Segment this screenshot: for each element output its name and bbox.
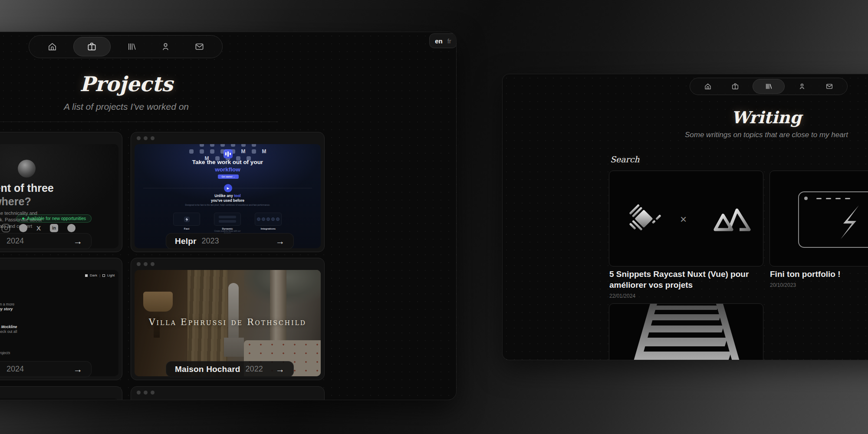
multiply-icon: ×: [680, 213, 687, 226]
card-footer: 2024 →: [0, 361, 92, 377]
nav-writing[interactable]: [753, 79, 785, 94]
window-controls: [137, 262, 155, 266]
card-footer: Maison Hochard 2022 →: [166, 361, 294, 377]
nav-projects[interactable]: [725, 79, 745, 94]
briefcase-icon: [87, 42, 97, 52]
maison-preview: Villa Ephrussi de Rothschild: [135, 270, 321, 376]
project-year: 2024: [7, 365, 24, 374]
project-card-portfolio[interactable]: y of one, the talent of three y look els…: [0, 132, 122, 252]
main-nav: [690, 78, 848, 95]
project-card-maison-hochard[interactable]: Villa Ephrussi de Rothschild Maison Hoch…: [131, 258, 325, 380]
nuxt-logo-icon: [713, 205, 752, 233]
spotify-icon[interactable]: [67, 224, 76, 232]
get-started-button[interactable]: Get started →: [218, 174, 239, 179]
page-title: Projects: [0, 72, 256, 96]
project-card-story[interactable]: Dark | Light it, I believe in a more e? …: [0, 258, 122, 380]
article-date: 22/01/2024: [609, 293, 766, 299]
window-controls: [137, 136, 155, 140]
home-icon: [704, 82, 712, 90]
read-my-story-link[interactable]: Read my story: [0, 307, 13, 311]
project-card-whats-new[interactable]: What's New: [131, 386, 325, 400]
nav-home[interactable]: [698, 79, 718, 94]
arrow-right-icon[interactable]: →: [276, 364, 285, 375]
library-icon: [127, 42, 137, 52]
project-title: Maison Hochard: [175, 365, 240, 374]
article-item[interactable]: Fini ton portfolio ! 20/10/2023: [770, 269, 868, 288]
nav-about[interactable]: [792, 79, 812, 94]
x-twitter-icon[interactable]: X: [36, 224, 41, 232]
project-title: Helpr: [175, 237, 197, 246]
project-card-cropped[interactable]: [0, 386, 122, 400]
home-icon: [47, 42, 57, 52]
article-title[interactable]: Fini ton portfolio !: [770, 269, 868, 279]
ladder-graphic: [609, 304, 763, 360]
villa-hero-title: Villa Ephrussi de Rothschild: [135, 317, 321, 327]
nav-about[interactable]: [153, 37, 178, 56]
page-subtitle: Some writings on topics that are close t…: [636, 131, 868, 139]
arrow-right-icon[interactable]: →: [73, 236, 82, 247]
nav-home[interactable]: [39, 37, 65, 56]
lightning-icon: [835, 204, 861, 240]
theme-toggle[interactable]: Dark | Light: [85, 273, 115, 277]
mail-icon: [825, 82, 833, 90]
helpr-features: Fast Dynamic Create powerful flows with …: [173, 213, 282, 234]
language-switcher: en fr: [429, 33, 457, 48]
integrations-icons: [257, 217, 279, 221]
nav-contact[interactable]: [187, 37, 212, 56]
availability-badge: Available for new opportunities: [16, 214, 92, 223]
whats-new-heading: What's New: [135, 400, 321, 400]
mail-icon: [194, 42, 204, 52]
person-icon: [798, 82, 806, 90]
lang-en[interactable]: en: [435, 37, 443, 45]
search-label[interactable]: Search: [610, 155, 640, 164]
github-icon[interactable]: [19, 224, 27, 232]
desktop-background: en fr Projects A list of projects I've w…: [0, 0, 868, 434]
browser-window-icon: [798, 191, 868, 248]
linkedin-icon[interactable]: in: [50, 224, 58, 232]
portfolio-headline: y of one, the talent of three y look els…: [0, 181, 93, 208]
article-title[interactable]: 5 Snippets Raycast Nuxt (Vue) pour améli…: [609, 269, 766, 290]
projects-window: en fr Projects A list of projects I've w…: [0, 32, 457, 400]
nav-writing[interactable]: [119, 37, 145, 56]
project-year: 2022: [246, 365, 263, 374]
card-footer: 2024 →: [0, 233, 92, 249]
story-text: r (Vue) Projects: [0, 351, 89, 355]
article-date: 20/10/2023: [770, 282, 868, 288]
nav-projects[interactable]: [73, 37, 111, 56]
article-image-portfolio[interactable]: [769, 171, 868, 266]
instagram-icon[interactable]: [2, 224, 10, 232]
arrow-right-icon[interactable]: →: [73, 364, 82, 375]
helpr-preview: MM M Take the work out of your workflow …: [135, 144, 321, 248]
library-icon: [765, 82, 773, 90]
card-footer: Helpr 2023 →: [166, 233, 294, 249]
lang-fr[interactable]: fr: [447, 37, 451, 45]
person-icon: [161, 42, 171, 52]
helpr-subheading: Unlike any tool you've used before: [135, 194, 321, 203]
briefcase-icon: [731, 82, 739, 90]
arrow-right-icon[interactable]: →: [276, 236, 285, 247]
mockline-link[interactable]: Mockline: [1, 325, 17, 329]
social-links: X in: [2, 224, 76, 232]
page-subtitle: A list of projects I've worked on: [0, 102, 256, 112]
article-image-ladder[interactable]: [609, 303, 763, 360]
helpr-caption: Designed to be fast to the last pixel, h…: [135, 204, 321, 206]
story-preview: Dark | Light it, I believe in a more e? …: [0, 270, 118, 376]
story-text: it, I believe in a more e? Read my story: [0, 302, 89, 312]
play-button[interactable]: ▶: [224, 184, 232, 192]
article-item[interactable]: 5 Snippets Raycast Nuxt (Vue) pour améli…: [609, 269, 766, 299]
main-nav: [29, 35, 223, 58]
project-card-helpr[interactable]: MM M Take the work out of your workflow …: [131, 132, 325, 252]
window-controls: [137, 391, 155, 395]
raycast-logo-icon: [625, 200, 661, 238]
helpr-hero: Take the work out of your workflow: [135, 158, 321, 173]
lightning-icon: [184, 217, 190, 222]
story-text: portant one is Mockline o the web. Check…: [0, 325, 89, 334]
project-year: 2024: [7, 237, 24, 246]
nav-contact[interactable]: [819, 79, 839, 94]
writing-window: Writing Some writings on topics that are…: [502, 74, 868, 360]
page-title: Writing: [636, 107, 868, 128]
avatar: [18, 160, 36, 178]
portfolio-preview: y of one, the talent of three y look els…: [0, 144, 118, 248]
article-image-raycast-nuxt[interactable]: ×: [609, 171, 763, 266]
project-year: 2023: [202, 237, 219, 246]
